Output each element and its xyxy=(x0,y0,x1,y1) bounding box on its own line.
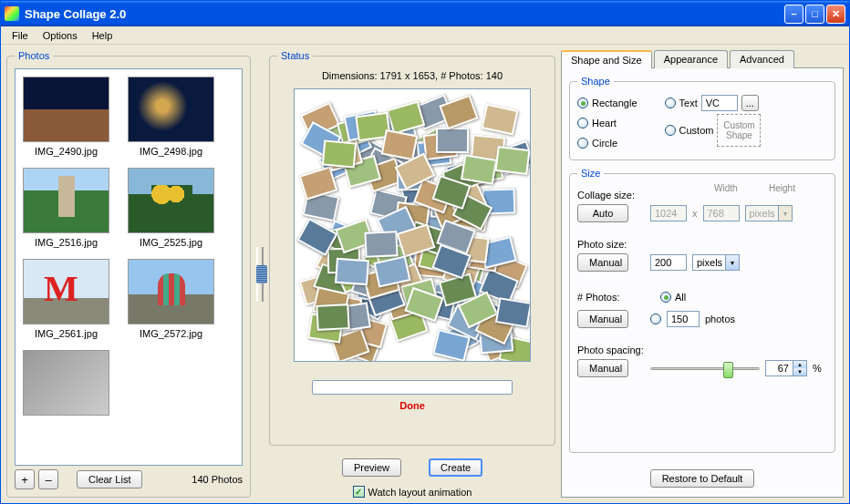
thumbnail-item[interactable]: IMG_2490.jpg xyxy=(23,77,109,157)
status-panel: Status Dimensions: 1791 x 1653, # Photos… xyxy=(269,50,555,498)
maximize-button[interactable]: □ xyxy=(805,5,824,24)
restore-default-button[interactable]: Restore to Default xyxy=(650,469,755,488)
watch-animation-checkbox[interactable]: ✓ xyxy=(353,486,365,498)
watch-animation-row: ✓ Watch layout animation xyxy=(269,486,555,498)
thumbnail-image xyxy=(23,350,109,416)
clear-list-button[interactable]: Clear List xyxy=(77,470,142,489)
collage-tile xyxy=(335,258,369,285)
shape-text-input[interactable] xyxy=(701,95,738,111)
size-legend: Size xyxy=(577,168,604,179)
thumbnail-item[interactable] xyxy=(23,350,109,419)
spacing-slider[interactable] xyxy=(650,359,760,377)
spacing-unit: % xyxy=(813,363,822,374)
height-header: Height xyxy=(769,183,795,193)
menu-help[interactable]: Help xyxy=(85,28,120,43)
spacing-input[interactable] xyxy=(765,360,793,376)
photo-size-mode[interactable]: Manual xyxy=(577,253,628,272)
spacing-label: Photo spacing: xyxy=(577,345,646,355)
thumbnail-image xyxy=(128,168,214,233)
radio-icon xyxy=(660,292,671,303)
width-header: Width xyxy=(714,183,738,193)
menu-options[interactable]: Options xyxy=(36,28,85,43)
thumbnail-item[interactable]: IMG_2561.jpg xyxy=(23,259,109,339)
remove-photo-button[interactable]: – xyxy=(38,469,58,489)
settings-panel: Shape and Size Appearance Advanced Shape… xyxy=(561,50,844,498)
photo-count: 140 Photos xyxy=(192,474,243,485)
radio-icon xyxy=(665,125,676,136)
status-text: Done xyxy=(399,400,425,411)
chevron-down-icon[interactable]: ▾ xyxy=(725,254,740,271)
menu-file[interactable]: File xyxy=(5,28,36,43)
num-photos-all[interactable]: All xyxy=(660,292,686,303)
thumbnail-item[interactable]: IMG_2525.jpg xyxy=(128,168,214,248)
settings-tabs: Shape and Size Appearance Advanced xyxy=(561,50,844,68)
thumbnail-label: IMG_2490.jpg xyxy=(23,146,109,157)
num-photos-unit: photos xyxy=(705,314,735,324)
num-photos-manual-radio[interactable] xyxy=(650,314,661,324)
multiply-sign: x xyxy=(692,208,698,219)
size-fieldset: Size Collage size: Width Height Auto x p… xyxy=(569,168,835,453)
thumbnail-label: IMG_2572.jpg xyxy=(128,328,214,339)
thumbnail-item[interactable]: IMG_2516.jpg xyxy=(23,168,109,248)
thumbnail-item[interactable]: IMG_2572.jpg xyxy=(128,259,214,339)
add-photo-button[interactable]: + xyxy=(15,469,35,489)
status-fieldset: Status Dimensions: 1791 x 1653, # Photos… xyxy=(269,50,555,446)
collage-tile xyxy=(494,145,530,174)
collage-size-mode[interactable]: Auto xyxy=(577,204,628,222)
collage-height-input xyxy=(703,205,740,221)
splitter-handle[interactable] xyxy=(256,247,264,302)
shape-text-browse[interactable]: ... xyxy=(741,95,759,111)
thumbnails-scroll[interactable]: IMG_2490.jpgIMG_2498.jpgIMG_2516.jpgIMG_… xyxy=(15,68,243,466)
num-photos-input[interactable] xyxy=(667,311,700,327)
status-legend: Status xyxy=(277,50,313,61)
window-title: Shape Collage 2.0 xyxy=(25,7,784,21)
thumbnail-item[interactable]: IMG_2498.jpg xyxy=(128,77,214,157)
photo-size-label: Photo size: xyxy=(577,239,646,250)
photos-fieldset: Photos IMG_2490.jpgIMG_2498.jpgIMG_2516.… xyxy=(6,50,251,498)
thumbnail-image xyxy=(23,77,109,142)
radio-icon xyxy=(577,118,588,129)
thumbnail-label: IMG_2561.jpg xyxy=(23,328,109,339)
thumbnail-label: IMG_2516.jpg xyxy=(23,237,109,248)
thumbnail-image xyxy=(23,168,109,233)
menubar: File Options Help xyxy=(1,26,849,45)
tab-advanced[interactable]: Advanced xyxy=(730,50,794,68)
watch-animation-label: Watch layout animation xyxy=(368,487,472,498)
app-icon xyxy=(5,6,19,21)
minimize-button[interactable]: – xyxy=(784,5,803,24)
tab-shape-size[interactable]: Shape and Size xyxy=(561,50,652,68)
preview-button[interactable]: Preview xyxy=(342,458,401,477)
photo-units[interactable]: pixels xyxy=(692,254,725,271)
tab-appearance[interactable]: Appearance xyxy=(654,50,728,68)
spacing-mode[interactable]: Manual xyxy=(577,359,628,377)
collage-preview xyxy=(294,88,531,362)
close-button[interactable]: ✕ xyxy=(826,5,845,24)
status-actions: Preview Create xyxy=(269,458,555,477)
shape-rectangle[interactable]: Rectangle xyxy=(577,98,638,108)
radio-icon xyxy=(665,98,676,108)
num-photos-label: # Photos: xyxy=(577,292,646,303)
custom-shape-button[interactable]: Custom Shape xyxy=(717,114,761,147)
titlebar[interactable]: Shape Collage 2.0 – □ ✕ xyxy=(1,1,849,26)
content-area: Photos IMG_2490.jpgIMG_2498.jpgIMG_2516.… xyxy=(1,45,849,503)
shape-custom[interactable]: Custom xyxy=(665,125,714,136)
shape-circle[interactable]: Circle xyxy=(577,138,638,149)
shape-heart[interactable]: Heart xyxy=(577,118,638,129)
radio-icon xyxy=(650,314,661,324)
num-photos-mode[interactable]: Manual xyxy=(577,310,628,328)
collage-width-input xyxy=(650,205,687,221)
photos-toolbar: + – Clear List 140 Photos xyxy=(15,466,243,489)
collage-units: pixels xyxy=(745,205,778,221)
collage-tile xyxy=(436,127,469,152)
create-button[interactable]: Create xyxy=(429,458,482,477)
shape-text[interactable]: Text xyxy=(665,98,698,108)
thumbnail-image xyxy=(23,259,109,324)
app-window: Shape Collage 2.0 – □ ✕ File Options Hel… xyxy=(0,0,850,504)
spin-down-icon[interactable]: ▼ xyxy=(793,368,806,375)
collage-tile xyxy=(316,303,350,331)
photos-panel: Photos IMG_2490.jpgIMG_2498.jpgIMG_2516.… xyxy=(6,50,251,498)
spin-up-icon[interactable]: ▲ xyxy=(793,361,806,368)
spacing-spinner[interactable]: ▲▼ xyxy=(765,360,807,376)
photo-size-input[interactable] xyxy=(650,254,687,271)
collage-tile xyxy=(322,139,357,168)
